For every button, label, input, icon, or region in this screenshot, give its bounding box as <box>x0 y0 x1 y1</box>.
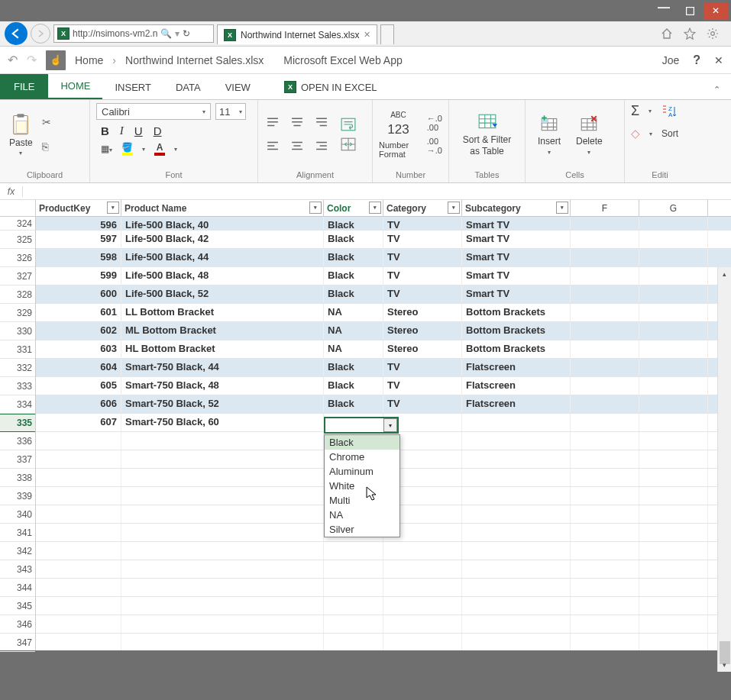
cell-color[interactable]: Black <box>324 231 383 248</box>
cell-productkey[interactable]: 604 <box>36 359 121 376</box>
row-header[interactable]: 347 <box>0 634 35 652</box>
wrap-text-icon[interactable] <box>341 118 356 131</box>
cell-color[interactable]: NA <box>324 304 383 321</box>
cell-empty[interactable] <box>639 249 708 266</box>
column-header-productname[interactable]: Product Name▾ <box>121 200 324 216</box>
cell-color[interactable]: NA <box>324 322 383 340</box>
cell-productkey[interactable]: 605 <box>36 377 121 395</box>
row-header[interactable]: 328 <box>0 285 35 304</box>
cell-color[interactable]: NA <box>324 340 383 358</box>
help-button[interactable]: ? <box>693 53 700 67</box>
clear-button[interactable]: ◇ <box>631 127 640 140</box>
filter-icon[interactable]: ▾ <box>448 202 460 214</box>
vertical-scrollbar[interactable]: ▴ ▾ <box>717 267 731 672</box>
cell-productkey[interactable]: 600 <box>36 285 121 303</box>
cell-color[interactable]: Black <box>324 359 383 376</box>
cell-productkey[interactable]: 603 <box>36 340 121 358</box>
cell-category[interactable]: TV <box>383 267 462 285</box>
row-header[interactable]: 333 <box>0 377 35 395</box>
autosum-button[interactable]: Σ <box>631 103 639 119</box>
cell-empty[interactable] <box>639 231 708 248</box>
tab-insert[interactable]: INSERT <box>102 76 163 99</box>
row-header[interactable]: 337 <box>0 450 35 469</box>
cut-button[interactable]: ✂ <box>42 116 51 128</box>
filter-icon[interactable]: ▾ <box>369 202 381 214</box>
table-row[interactable]: 602ML Bottom BracketNAStereoBottom Brack… <box>36 322 731 340</box>
row-header[interactable]: 326 <box>0 249 35 267</box>
cell-empty[interactable] <box>639 395 708 413</box>
cell-subcategory[interactable]: Bottom Brackets <box>462 340 571 358</box>
sort-button[interactable]: Sort <box>661 128 678 139</box>
cell-color[interactable]: Black <box>324 267 383 285</box>
increase-decimal-icon[interactable]: ←.0.00 <box>427 114 442 132</box>
row-header[interactable]: 329 <box>0 304 35 322</box>
delete-cells-button[interactable]: Delete▾ <box>570 114 609 156</box>
cell-empty[interactable] <box>639 322 708 340</box>
table-row[interactable] <box>36 597 731 615</box>
maximize-button[interactable] <box>678 2 702 19</box>
cell-category[interactable]: TV <box>383 359 462 376</box>
table-row[interactable] <box>36 579 731 597</box>
tab-data[interactable]: DATA <box>163 76 213 99</box>
cell-category[interactable]: TV <box>383 217 462 230</box>
decrease-decimal-icon[interactable]: .00→.0 <box>427 137 442 155</box>
cell-dropdown-button[interactable]: ▾ <box>383 418 397 432</box>
tab-home[interactable]: HOME <box>48 74 102 99</box>
align-center-icon[interactable] <box>291 140 303 151</box>
cell-productname[interactable]: Smart-750 Black, 60 <box>121 414 324 431</box>
row-header[interactable]: 344 <box>0 579 35 597</box>
cell-category[interactable]: TV <box>383 249 462 266</box>
cell-subcategory[interactable]: Smart TV <box>462 249 571 266</box>
cell-productname[interactable]: Life-500 Black, 44 <box>121 249 324 266</box>
cell-productkey[interactable]: 597 <box>36 231 121 248</box>
dropdown-option[interactable]: Multi <box>325 493 399 508</box>
fill-color-button[interactable]: 🪣 <box>121 142 133 156</box>
table-row[interactable]: 605Smart-750 Black, 48BlackTVFlatscreen <box>36 377 731 395</box>
table-row[interactable]: 604Smart-750 Black, 44BlackTVFlatscreen <box>36 359 731 377</box>
column-header-subcategory[interactable]: Subcategory▾ <box>462 200 571 216</box>
row-header[interactable]: 332 <box>0 359 35 377</box>
star-icon[interactable] <box>684 27 696 40</box>
row-header[interactable]: 343 <box>0 560 35 579</box>
cell-empty[interactable] <box>571 267 639 285</box>
cell-productname[interactable]: Life-500 Black, 42 <box>121 231 324 248</box>
scroll-down-icon[interactable]: ▾ <box>718 658 731 672</box>
cell-empty[interactable] <box>571 395 639 413</box>
minimize-button[interactable]: — <box>652 0 676 16</box>
cell-color[interactable]: Black <box>324 395 383 413</box>
table-row[interactable]: 599Life-500 Black, 48BlackTVSmart TV <box>36 267 731 285</box>
column-header-f[interactable]: F <box>571 200 639 216</box>
touch-mode-button[interactable]: ☝ <box>46 50 66 70</box>
row-header[interactable]: 338 <box>0 469 35 487</box>
insert-cells-button[interactable]: Insert▾ <box>532 114 567 156</box>
row-header[interactable]: 341 <box>0 524 35 542</box>
cell-category[interactable]: Stereo <box>383 340 462 358</box>
paste-button[interactable]: Paste ▾ <box>6 113 36 156</box>
cell-color[interactable]: Black <box>324 285 383 303</box>
double-underline-button[interactable]: D <box>154 124 162 137</box>
cell-productname[interactable]: Life-500 Black, 48 <box>121 267 324 285</box>
cell-empty[interactable] <box>639 340 708 358</box>
cell-subcategory[interactable]: Bottom Brackets <box>462 304 571 321</box>
row-header[interactable]: 342 <box>0 542 35 560</box>
cell-productname[interactable]: ML Bottom Bracket <box>121 322 324 340</box>
cell-productname[interactable]: LL Bottom Bracket <box>121 304 324 321</box>
gear-icon[interactable] <box>707 27 719 40</box>
cell-empty[interactable] <box>571 322 639 340</box>
cell-empty[interactable] <box>571 249 639 266</box>
row-header[interactable]: 334 <box>0 395 35 414</box>
merge-cells-icon[interactable] <box>341 137 356 151</box>
refresh-icon[interactable]: ↻ <box>183 28 190 39</box>
dropdown-option[interactable]: NA <box>325 508 399 522</box>
borders-button[interactable]: ▦▾ <box>101 144 112 154</box>
cell-productname[interactable]: Life-500 Black, 40 <box>121 217 324 230</box>
forward-button[interactable] <box>31 24 50 44</box>
cell-empty[interactable] <box>571 377 639 395</box>
font-color-button[interactable]: A <box>154 142 165 156</box>
close-tab-icon[interactable]: ✕ <box>364 30 370 40</box>
data-validation-dropdown[interactable]: BlackChromeAluminumWhiteMultiNASilver <box>324 434 400 537</box>
table-row[interactable] <box>36 634 731 650</box>
dropdown-option[interactable]: Black <box>325 435 399 450</box>
cell-productkey[interactable]: 601 <box>36 304 121 321</box>
cell-subcategory[interactable]: Smart TV <box>462 267 571 285</box>
